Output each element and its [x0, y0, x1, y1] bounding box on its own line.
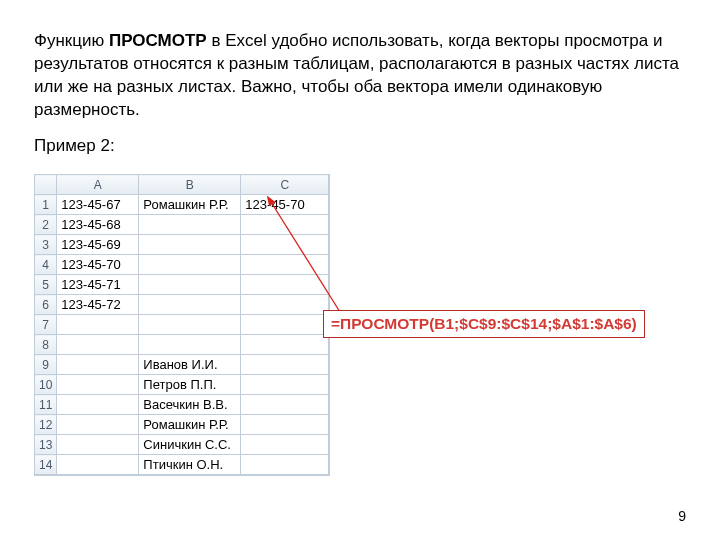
cell[interactable]	[139, 235, 241, 255]
cell[interactable]	[139, 255, 241, 275]
table-row: 12Ромашкин Р.Р.	[35, 415, 329, 435]
table-row: 8	[35, 335, 329, 355]
table-row: 7	[35, 315, 329, 335]
cell[interactable]: Синичкин С.С.	[139, 435, 241, 455]
row-header[interactable]: 13	[35, 435, 57, 455]
cell[interactable]	[57, 435, 139, 455]
example-label: Пример 2:	[34, 136, 686, 156]
row-header[interactable]: 12	[35, 415, 57, 435]
page-number: 9	[678, 508, 686, 524]
cell[interactable]: 123-45-69	[57, 235, 139, 255]
table-row: 2123-45-68	[35, 215, 329, 235]
table-row: 14Птичкин О.Н.	[35, 455, 329, 475]
header-row: A B C	[35, 175, 329, 195]
row-header[interactable]: 4	[35, 255, 57, 275]
cell[interactable]: 123-45-70	[57, 255, 139, 275]
row-header[interactable]: 1	[35, 195, 57, 215]
spreadsheet: A B C 1123-45-67Ромашкин Р.Р.123-45-70 2…	[34, 174, 330, 476]
cell[interactable]	[139, 295, 241, 315]
row-header[interactable]: 3	[35, 235, 57, 255]
col-header-c[interactable]: C	[241, 175, 329, 195]
cell[interactable]	[57, 455, 139, 475]
cell[interactable]	[241, 335, 329, 355]
table-row: 13Синичкин С.С.	[35, 435, 329, 455]
cell[interactable]	[57, 355, 139, 375]
cell[interactable]	[57, 395, 139, 415]
row-header[interactable]: 5	[35, 275, 57, 295]
cell[interactable]	[57, 315, 139, 335]
row-header[interactable]: 14	[35, 455, 57, 475]
cell[interactable]	[241, 355, 329, 375]
para-prefix: Функцию	[34, 31, 109, 50]
cell[interactable]	[139, 215, 241, 235]
table-row: 6123-45-72	[35, 295, 329, 315]
cell[interactable]: Иванов И.И.	[139, 355, 241, 375]
table-row: 4123-45-70	[35, 255, 329, 275]
cell[interactable]: 123-45-68	[57, 215, 139, 235]
cell[interactable]	[241, 275, 329, 295]
row-header[interactable]: 6	[35, 295, 57, 315]
cell[interactable]	[57, 415, 139, 435]
cell[interactable]: Ромашкин Р.Р.	[139, 415, 241, 435]
col-header-b[interactable]: B	[139, 175, 241, 195]
cell[interactable]	[241, 315, 329, 335]
row-header[interactable]: 11	[35, 395, 57, 415]
cell[interactable]	[139, 275, 241, 295]
cell[interactable]: Птичкин О.Н.	[139, 455, 241, 475]
para-strong: ПРОСМОТР	[109, 31, 207, 50]
cell[interactable]	[241, 415, 329, 435]
row-header[interactable]: 8	[35, 335, 57, 355]
row-header[interactable]: 2	[35, 215, 57, 235]
cell[interactable]	[139, 315, 241, 335]
intro-paragraph: Функцию ПРОСМОТР в Excel удобно использо…	[34, 30, 686, 122]
cell[interactable]: Ромашкин Р.Р.	[139, 195, 241, 215]
row-header[interactable]: 10	[35, 375, 57, 395]
cell[interactable]	[241, 295, 329, 315]
cell[interactable]: 123-45-67	[57, 195, 139, 215]
table-row: 1123-45-67Ромашкин Р.Р.123-45-70	[35, 195, 329, 215]
table-row: 5123-45-71	[35, 275, 329, 295]
cell[interactable]: 123-45-70	[241, 195, 329, 215]
row-header[interactable]: 9	[35, 355, 57, 375]
cell[interactable]: Васечкин В.В.	[139, 395, 241, 415]
corner-cell[interactable]	[35, 175, 57, 195]
cell[interactable]	[241, 435, 329, 455]
cell[interactable]	[241, 215, 329, 235]
table-row: 10Петров П.П.	[35, 375, 329, 395]
cell[interactable]	[241, 395, 329, 415]
cell[interactable]	[241, 455, 329, 475]
cell[interactable]	[139, 335, 241, 355]
cell[interactable]	[57, 375, 139, 395]
formula-callout: =ПРОСМОТР(B1;$C$9:$C$14;$A$1:$A$6)	[323, 310, 645, 338]
cell[interactable]: Петров П.П.	[139, 375, 241, 395]
cell[interactable]	[241, 375, 329, 395]
cell[interactable]: 123-45-72	[57, 295, 139, 315]
cell[interactable]	[57, 335, 139, 355]
table-row: 3123-45-69	[35, 235, 329, 255]
cell[interactable]	[241, 235, 329, 255]
table-row: 11Васечкин В.В.	[35, 395, 329, 415]
cell[interactable]	[241, 255, 329, 275]
row-header[interactable]: 7	[35, 315, 57, 335]
cell[interactable]: 123-45-71	[57, 275, 139, 295]
table-row: 9Иванов И.И.	[35, 355, 329, 375]
col-header-a[interactable]: A	[57, 175, 139, 195]
